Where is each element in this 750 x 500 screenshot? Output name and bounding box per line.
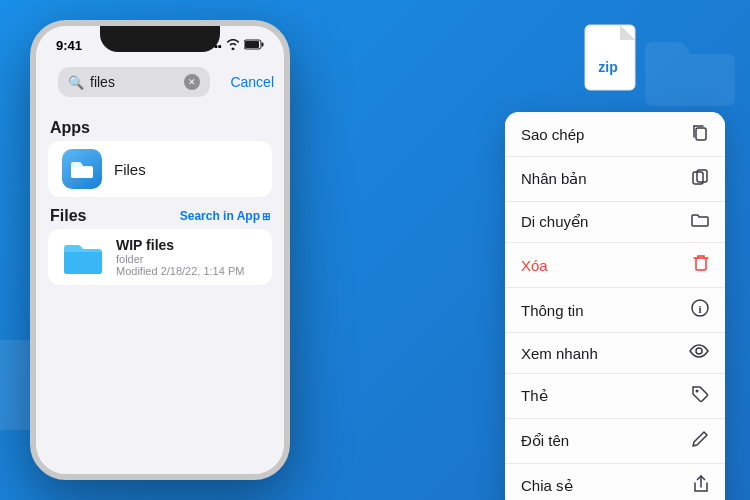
svg-text:zip: zip <box>598 59 617 75</box>
pencil-icon <box>691 430 709 452</box>
search-cancel-button[interactable]: Cancel <box>230 74 274 90</box>
search-clear-button[interactable]: ✕ <box>184 74 200 90</box>
svg-rect-1 <box>262 43 264 47</box>
menu-item-tag-label: Thẻ <box>521 387 548 405</box>
svg-point-10 <box>696 348 702 354</box>
menu-item-rename-label: Đổi tên <box>521 432 569 450</box>
wip-files-row[interactable]: WIP files folder Modified 2/18/22, 1:14 … <box>48 229 272 285</box>
menu-item-tag[interactable]: Thẻ <box>505 374 725 419</box>
menu-item-duplicate[interactable]: Nhân bản <box>505 157 725 202</box>
menu-item-info[interactable]: Thông tin i <box>505 288 725 333</box>
folder-icon <box>62 238 104 276</box>
trash-icon <box>693 254 709 276</box>
menu-item-copy-label: Sao chép <box>521 126 584 143</box>
menu-item-move-label: Di chuyển <box>521 213 588 231</box>
svg-rect-5 <box>696 128 706 140</box>
search-bar[interactable]: 🔍 files ✕ <box>58 67 210 97</box>
search-in-app-icon: ⊞ <box>262 211 270 222</box>
menu-item-copy[interactable]: Sao chép <box>505 112 725 157</box>
apps-section-header: Apps <box>36 111 284 141</box>
file-modified-date: Modified 2/18/22, 1:14 PM <box>116 265 258 277</box>
menu-item-quicklook[interactable]: Xem nhanh <box>505 333 725 374</box>
menu-item-delete-label: Xóa <box>521 257 548 274</box>
search-input-value: files <box>90 74 178 90</box>
menu-item-info-label: Thông tin <box>521 302 584 319</box>
menu-item-share-label: Chia sẻ <box>521 477 573 495</box>
duplicate-icon <box>691 168 709 190</box>
copy-icon <box>691 123 709 145</box>
menu-item-move[interactable]: Di chuyển <box>505 202 725 243</box>
file-type: folder <box>116 253 258 265</box>
zip-icon-container: zip <box>580 20 650 100</box>
wifi-icon <box>226 39 240 52</box>
menu-item-rename[interactable]: Đổi tên <box>505 419 725 464</box>
search-in-app-label: Search in App <box>180 209 260 223</box>
menu-item-delete[interactable]: Xóa <box>505 243 725 288</box>
files-section-header: Files Search in App ⊞ <box>36 197 284 229</box>
svg-point-11 <box>696 390 699 393</box>
menu-item-share[interactable]: Chia sẻ <box>505 464 725 500</box>
right-panel: zip Sao chép Nhân bản Di chuyển Xóa <box>500 20 730 500</box>
search-icon: 🔍 <box>68 75 84 90</box>
folder-move-icon <box>691 213 709 231</box>
menu-item-quicklook-label: Xem nhanh <box>521 345 598 362</box>
phone-screen: 9:41 ▪▪▪ 🔍 files ✕ Cancel Apps <box>36 26 284 474</box>
share-icon <box>693 475 709 497</box>
files-app-row[interactable]: Files <box>48 141 272 197</box>
tag-icon <box>691 385 709 407</box>
battery-icon <box>244 39 264 52</box>
file-info: WIP files folder Modified 2/18/22, 1:14 … <box>116 237 258 277</box>
svg-rect-2 <box>245 41 259 48</box>
menu-item-duplicate-label: Nhân bản <box>521 170 587 188</box>
zip-file-icon: zip <box>580 20 650 100</box>
info-icon: i <box>691 299 709 321</box>
context-menu: Sao chép Nhân bản Di chuyển Xóa Thông ti… <box>505 112 725 500</box>
phone-notch <box>100 26 220 52</box>
status-time: 9:41 <box>56 38 82 53</box>
files-app-name: Files <box>114 161 146 178</box>
eye-icon <box>689 344 709 362</box>
phone-mockup: 9:41 ▪▪▪ 🔍 files ✕ Cancel Apps <box>30 20 290 480</box>
files-section-title: Files <box>50 207 86 225</box>
svg-text:i: i <box>698 303 701 315</box>
file-name: WIP files <box>116 237 258 253</box>
files-app-icon <box>62 149 102 189</box>
search-in-app-button[interactable]: Search in App ⊞ <box>180 209 270 223</box>
